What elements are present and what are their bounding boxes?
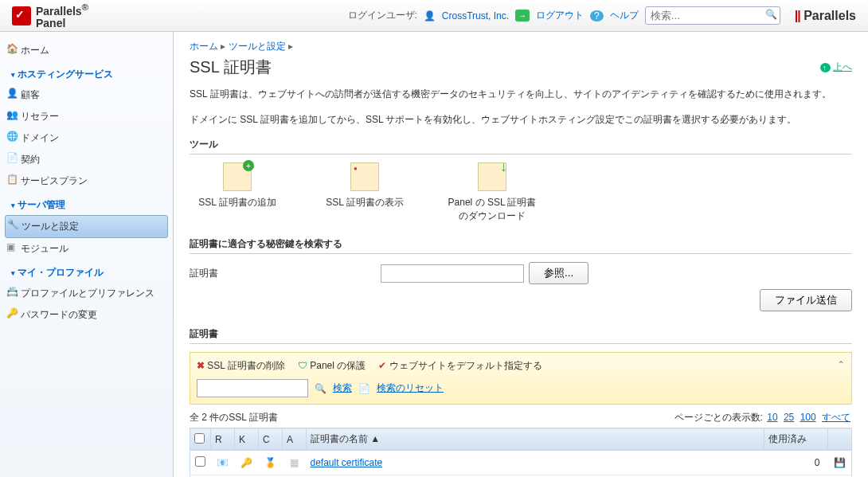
home-icon: 🏠	[6, 43, 19, 56]
user-link[interactable]: CrossTrust, Inc.	[442, 10, 509, 22]
sidebar-item-home[interactable]: 🏠ホーム	[0, 40, 173, 61]
sidebar: 🏠ホーム ホスティングサービス 👤顧客 👥リセラー 🌐ドメイン 📄契約 📋サービ…	[0, 32, 174, 477]
search-icon-small: 🔍	[315, 383, 326, 394]
cert-search-link[interactable]: 検索	[333, 381, 352, 395]
cert-file-input[interactable]	[381, 264, 524, 283]
k-icon: 🔑	[240, 457, 252, 468]
sidebar-item-plans[interactable]: 📋サービスプラン	[0, 170, 173, 192]
contracts-icon: 📄	[6, 152, 19, 165]
cert-download-icon	[478, 162, 506, 191]
col-c[interactable]: C	[259, 428, 283, 451]
pp-all[interactable]: すべて	[822, 412, 850, 423]
sidebar-item-customers[interactable]: 👤顧客	[0, 84, 173, 106]
reset-icon: 📄	[358, 383, 370, 394]
content: ホーム ▸ ツールと設定 ▸ SSL 証明書 上へ SSL 証明書は、ウェブサイ…	[174, 32, 868, 477]
logout-icon: →	[515, 10, 530, 22]
certs-table: R K C A 証明書の名前 ▲ 使用済み 📧 🔑 🏅 ▦ default ce…	[190, 428, 852, 477]
cert-add-icon	[223, 162, 252, 191]
tool-download-cert[interactable]: Panel の SSL 証明書のダウンロード	[444, 162, 540, 223]
sidebar-item-contracts[interactable]: 📄契約	[0, 149, 173, 170]
pp-100[interactable]: 100	[800, 412, 816, 423]
crumb-tools[interactable]: ツールと設定	[229, 41, 286, 52]
select-all-checkbox[interactable]	[194, 433, 205, 444]
cert-count: 全 2 件のSSL 証明書	[190, 411, 278, 424]
find-key-heading: 証明書に適合する秘密鍵を検索する	[190, 237, 852, 254]
shield-icon: 🛡	[298, 360, 307, 371]
cert-name-link[interactable]: default certificate	[311, 457, 383, 468]
search-icon[interactable]: 🔍	[765, 9, 777, 20]
tool-view-cert[interactable]: SSL 証明書の表示	[317, 162, 412, 223]
delete-icon: ✖	[197, 360, 205, 371]
password-icon: 🔑	[6, 307, 19, 320]
tools-icon: 🔧	[7, 219, 20, 232]
browse-button[interactable]: 参照...	[529, 262, 588, 284]
desc-1: SSL 証明書は、ウェブサイトへの訪問者が送信する機密データのセキュリティを向上…	[190, 86, 852, 104]
customers-icon: 👤	[6, 88, 19, 100]
sidebar-item-resellers[interactable]: 👥リセラー	[0, 106, 173, 127]
check-icon: ✔	[378, 360, 386, 371]
cert-view-icon	[350, 162, 379, 191]
c-icon: 🏅	[264, 457, 276, 468]
col-r[interactable]: R	[211, 428, 235, 451]
brand-name: Parallels	[36, 4, 82, 17]
pp-10[interactable]: 10	[767, 412, 777, 423]
col-name[interactable]: 証明書の名前 ▲	[307, 428, 764, 451]
logout-link[interactable]: ログアウト	[536, 9, 584, 22]
desc-2: ドメインに SSL 証明書を追加してから、SSL サポートを有効化し、ウェブサイ…	[190, 111, 852, 129]
domains-icon: 🌐	[6, 131, 19, 143]
tool-add-cert[interactable]: SSL 証明書の追加	[190, 162, 285, 223]
up-link[interactable]: 上へ	[820, 61, 852, 74]
col-a[interactable]: A	[283, 428, 307, 451]
sidebar-item-domains[interactable]: 🌐ドメイン	[0, 127, 173, 149]
crumb-home[interactable]: ホーム	[190, 41, 218, 52]
cert-file-label: 証明書	[190, 267, 381, 280]
file-submit-button[interactable]: ファイル送信	[760, 289, 852, 311]
prefs-icon: 📇	[6, 286, 19, 299]
sidebar-group-server[interactable]: サーバ管理	[0, 192, 173, 215]
tool-view-label: SSL 証明書の表示	[317, 196, 412, 209]
brand-wordmark: || Parallels	[795, 9, 856, 23]
logo-icon	[12, 6, 31, 25]
resellers-icon: 👥	[6, 109, 19, 122]
download-icon[interactable]: 💾	[834, 457, 846, 468]
pager-top: ページごとの表示数: 10 25 100 すべて	[674, 411, 852, 424]
tool-download-label: Panel の SSL 証明書のダウンロード	[444, 196, 540, 223]
delete-cert-action[interactable]: ✖ SSL 証明書の削除	[197, 359, 285, 373]
tools-heading: ツール	[190, 138, 852, 154]
per-page-label: ページごとの表示数:	[674, 412, 763, 423]
col-used[interactable]: 使用済み	[764, 428, 828, 451]
reset-search-link[interactable]: 検索のリセット	[377, 381, 444, 395]
r-icon: 📧	[217, 457, 229, 468]
login-user-label: ログインユーザ:	[348, 9, 417, 22]
header-bar: Parallels®Panel ログインユーザ: 👤 CrossTrust, I…	[0, 0, 868, 32]
table-row: 📧 🔑 🏅 ▦ default certificate 0 💾	[190, 451, 852, 475]
help-icon: ?	[590, 10, 604, 22]
search-input[interactable]	[645, 6, 780, 25]
user-icon: 👤	[424, 10, 436, 22]
sidebar-group-profile[interactable]: マイ・プロファイル	[0, 260, 173, 283]
a-icon: ▦	[290, 457, 299, 468]
sidebar-item-tools[interactable]: 🔧ツールと設定	[5, 215, 168, 238]
modules-icon: ▣	[6, 241, 19, 254]
header-right: ログインユーザ: 👤 CrossTrust, Inc. → ログアウト ? ヘル…	[348, 6, 857, 25]
tool-add-label: SSL 証明書の追加	[190, 196, 285, 209]
help-link[interactable]: ヘルプ	[610, 9, 639, 22]
collapse-icon[interactable]: ⌃	[837, 359, 845, 370]
breadcrumb: ホーム ▸ ツールと設定 ▸	[190, 40, 852, 53]
plans-icon: 📋	[6, 174, 19, 186]
used-count: 0	[764, 451, 828, 475]
row-checkbox[interactable]	[195, 456, 205, 467]
protect-panel-action[interactable]: 🛡 Panel の保護	[298, 359, 366, 373]
sidebar-group-hosting[interactable]: ホスティングサービス	[0, 61, 173, 84]
logo[interactable]: Parallels®Panel	[12, 2, 88, 30]
set-default-action[interactable]: ✔ ウェブサイトをデフォルト指定する	[378, 359, 542, 373]
brand-sub: Panel	[36, 17, 65, 29]
cert-search-input[interactable]	[197, 379, 308, 397]
pp-25[interactable]: 25	[784, 412, 794, 423]
page-title: SSL 証明書	[190, 57, 272, 78]
col-k[interactable]: K	[235, 428, 259, 451]
sidebar-item-prefs[interactable]: 📇プロファイルとプリファレンス	[0, 283, 173, 304]
sidebar-item-password[interactable]: 🔑パスワードの変更	[0, 304, 173, 326]
sidebar-item-modules[interactable]: ▣モジュール	[0, 238, 173, 260]
certs-heading: 証明書	[190, 327, 852, 344]
